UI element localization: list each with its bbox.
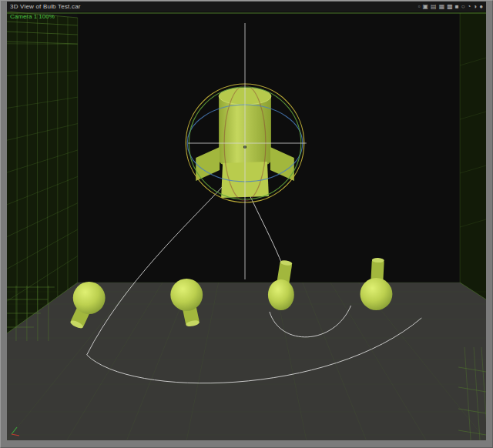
wireframe-preview-icon[interactable]: ▣ xyxy=(423,4,429,10)
flat-preview-icon[interactable]: ▦ xyxy=(439,4,445,10)
bulb-4-globe[interactable] xyxy=(361,278,393,310)
3d-view-window: 3D View of Bulb Test.car ▫ ▣ ▤ ▦ ▩ ■ ○ ◔… xyxy=(0,0,493,448)
viewport-canvas[interactable] xyxy=(7,12,486,440)
sphere-flat-preview-icon[interactable]: ◔ xyxy=(467,4,471,10)
bulb-3-globe[interactable] xyxy=(268,279,294,310)
bounding-box-preview-icon[interactable]: ▫ xyxy=(418,4,421,10)
left-wall xyxy=(7,12,78,333)
titlebar[interactable]: 3D View of Bulb Test.car ▫ ▣ ▤ ▦ ▩ ■ ○ ◔… xyxy=(7,2,486,12)
window-title: 3D View of Bulb Test.car xyxy=(10,2,81,12)
sphere-wireframe-preview-icon[interactable]: ○ xyxy=(461,4,465,10)
bulb-1-globe[interactable] xyxy=(73,282,106,314)
sphere-shaded-preview-icon[interactable]: ◑ xyxy=(473,4,477,10)
gouraud-preview-icon[interactable]: ▩ xyxy=(447,4,453,10)
bulb-2-globe[interactable] xyxy=(170,279,203,311)
phong-preview-icon[interactable]: ■ xyxy=(455,4,459,10)
lit-wireframe-preview-icon[interactable]: ▤ xyxy=(431,4,437,10)
titlebar-toolbar: ▫ ▣ ▤ ▦ ▩ ■ ○ ◔ ◑ ● xyxy=(418,4,483,10)
3d-viewport[interactable]: Camera 1 100% xyxy=(7,12,486,440)
camera-label[interactable]: Camera 1 100% xyxy=(10,13,55,20)
sphere-textured-preview-icon[interactable]: ● xyxy=(479,4,483,10)
